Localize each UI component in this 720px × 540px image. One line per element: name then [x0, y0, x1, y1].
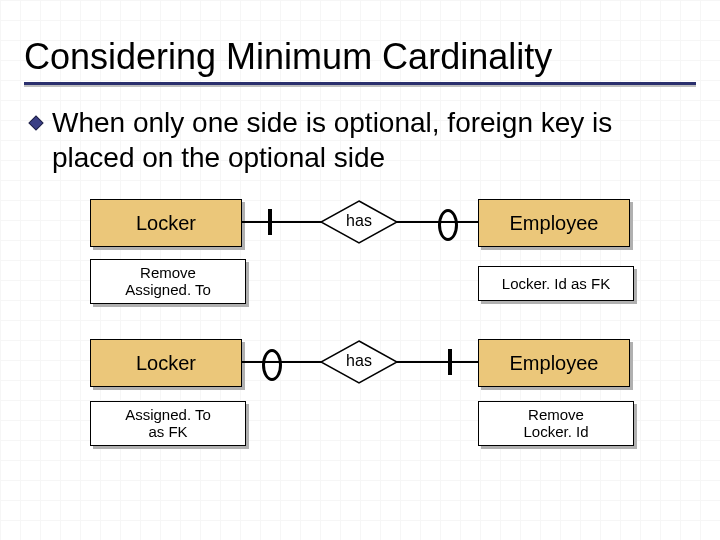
relationship-has-1	[320, 200, 398, 244]
cardinality-optional-icon	[262, 349, 282, 381]
note-line: Remove	[481, 406, 631, 423]
note-line: Assigned. To	[93, 406, 243, 423]
diamond-bullet-icon	[28, 115, 44, 135]
entity-employee-2: Employee	[478, 339, 630, 387]
entity-employee-1: Employee	[478, 199, 630, 247]
svg-rect-0	[29, 116, 43, 130]
svg-marker-2	[321, 201, 397, 243]
entity-locker-1: Locker	[90, 199, 242, 247]
note-assignedto-fk: Assigned. To as FK	[90, 401, 246, 446]
note-line: Locker. Id	[481, 423, 631, 440]
cardinality-optional-icon	[438, 209, 458, 241]
bullet-item: When only one side is optional, foreign …	[0, 105, 720, 185]
note-line: Assigned. To	[93, 281, 243, 298]
note-line: Remove	[93, 264, 243, 281]
title-underline	[24, 82, 696, 85]
note-lockerid-fk: Locker. Id as FK	[478, 266, 634, 301]
cardinality-mandatory-icon	[268, 209, 272, 235]
note-line: as FK	[93, 423, 243, 440]
svg-marker-3	[321, 341, 397, 383]
bullet-text: When only one side is optional, foreign …	[52, 105, 692, 175]
cardinality-mandatory-icon	[448, 349, 452, 375]
entity-locker-2: Locker	[90, 339, 242, 387]
page-title: Considering Minimum Cardinality	[24, 36, 696, 78]
relationship-has-2	[320, 340, 398, 384]
er-diagram: Locker Employee has Remove Assigned. To …	[0, 189, 720, 479]
note-remove-assignedto: Remove Assigned. To	[90, 259, 246, 304]
note-remove-lockerid: Remove Locker. Id	[478, 401, 634, 446]
